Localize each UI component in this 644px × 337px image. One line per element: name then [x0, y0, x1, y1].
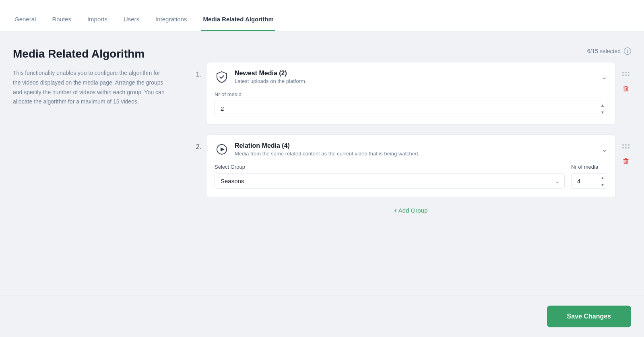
page-title: Media Related Algorithm: [13, 48, 166, 60]
left-panel: Media Related Algorithm This functionali…: [13, 48, 166, 107]
group-2-delete-button[interactable]: [621, 156, 631, 168]
group-1-nr-label: Nr of media: [215, 91, 607, 97]
save-changes-button[interactable]: Save Changes: [547, 306, 631, 327]
group-2-title: Relation Media (4): [235, 142, 596, 149]
add-group-button[interactable]: + Add Group: [394, 207, 428, 214]
group-2-spin-down[interactable]: ▾: [598, 181, 607, 188]
group-1-chevron: ⌄: [601, 72, 607, 81]
top-navigation: General Routes Imports Users Integration…: [0, 0, 644, 31]
relation-media-icon: [215, 142, 229, 157]
nav-item-imports[interactable]: Imports: [86, 7, 109, 31]
group-row-1: 1. New: [190, 62, 631, 125]
group-2-select-col: Select Group Seasons Episodes Categories…: [215, 164, 565, 189]
group-1-title-block: Newest Media (2) Latest uploads on the p…: [235, 70, 596, 84]
nav-item-integrations[interactable]: Integrations: [154, 7, 188, 31]
group-1-subtitle: Latest uploads on the platform.: [235, 78, 596, 84]
group-1-header[interactable]: Newest Media (2) Latest uploads on the p…: [206, 62, 615, 91]
group-2-spinners: ▴ ▾: [598, 174, 607, 188]
group-2-chevron: ⌄: [601, 145, 607, 154]
group-card-1: Newest Media (2) Latest uploads on the p…: [206, 62, 616, 125]
add-group-row: + Add Group: [190, 207, 631, 214]
nav-item-routes[interactable]: Routes: [50, 7, 73, 31]
selected-count: 6/15 selected: [587, 48, 621, 54]
nav-item-media-algorithm[interactable]: Media Related Algorithm: [201, 7, 275, 31]
group-1-delete-button[interactable]: [621, 83, 631, 96]
group-2-nr-input[interactable]: [572, 174, 598, 188]
group-2-spin-up[interactable]: ▴: [598, 174, 607, 181]
group-2-nr-label: Nr of media: [571, 164, 607, 170]
group-card-2: Relation Media (4) Media from the same r…: [206, 134, 616, 197]
group-2-nr-input-wrap: ▴ ▾: [571, 173, 607, 189]
group-1-spin-up[interactable]: ▴: [598, 101, 607, 109]
group-1-actions: [621, 62, 631, 96]
group-2-header[interactable]: Relation Media (4) Media from the same r…: [206, 135, 615, 164]
group-1-nr-input[interactable]: [215, 101, 598, 116]
page-footer: Save Changes: [0, 296, 644, 337]
group-1-nr-input-wrap: ▴ ▾: [215, 101, 607, 116]
group-2-actions: [621, 134, 631, 168]
group-1-drag-handle[interactable]: [621, 69, 631, 79]
info-icon[interactable]: i: [624, 48, 631, 55]
group-1-title: Newest Media (2): [235, 70, 596, 77]
svg-rect-0: [624, 87, 628, 91]
page-description: This functionality enables you to config…: [13, 68, 166, 107]
nav-item-general[interactable]: General: [13, 7, 37, 31]
group-1-spin-down[interactable]: ▾: [598, 109, 607, 116]
group-2-select-group[interactable]: Seasons Episodes Categories: [215, 173, 565, 189]
group-2-select-label: Select Group: [215, 164, 565, 170]
group-2-subtitle: Media from the same related content as t…: [235, 151, 596, 157]
right-panel: 6/15 selected i 1.: [190, 48, 631, 233]
group-2-select-wrap: Seasons Episodes Categories ⌄: [215, 173, 565, 189]
group-1-spinners: ▴ ▾: [598, 101, 607, 116]
svg-rect-5: [624, 159, 628, 163]
newest-media-icon: [215, 70, 229, 84]
group-1-body: Nr of media ▴ ▾: [206, 91, 615, 124]
selected-info-bar: 6/15 selected i: [190, 48, 631, 55]
group-row-2: 2. Rel: [190, 134, 631, 197]
svg-marker-4: [221, 147, 225, 151]
group-number-2: 2.: [190, 134, 201, 151]
group-2-title-block: Relation Media (4) Media from the same r…: [235, 142, 596, 157]
group-2-nr-col: Nr of media ▴ ▾: [571, 164, 607, 189]
group-2-drag-handle[interactable]: [621, 142, 631, 151]
group-2-body: Select Group Seasons Episodes Categories…: [206, 164, 615, 197]
group-number-1: 1.: [190, 62, 201, 78]
nav-item-users[interactable]: Users: [122, 7, 141, 31]
